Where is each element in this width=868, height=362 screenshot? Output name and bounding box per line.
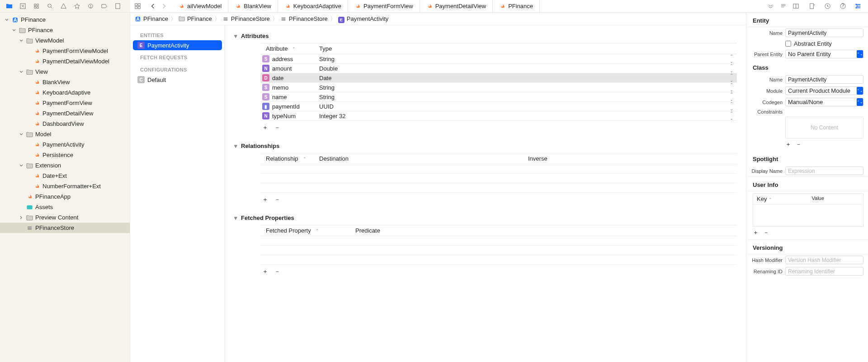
forward-icon[interactable] <box>160 3 167 10</box>
attribute-row[interactable]: DdateDate⌃⌄ <box>260 73 737 83</box>
type-stepper-icon[interactable]: ⌃⌄ <box>730 82 733 92</box>
codegen-select[interactable]: Manual/None⌃⌄ <box>785 98 863 106</box>
type-stepper-icon[interactable]: ⌃⌄ <box>730 101 733 111</box>
assets-item[interactable]: Assets <box>0 202 130 212</box>
breakpoint-icon[interactable] <box>100 3 108 10</box>
find-icon[interactable] <box>46 3 53 10</box>
history-icon[interactable] <box>824 3 831 10</box>
remove-relationship-icon[interactable]: － <box>274 195 280 204</box>
type-stepper-icon[interactable]: ⌃⌄ <box>730 73 733 83</box>
help-icon[interactable]: ? <box>839 3 846 10</box>
remove-constraint-icon[interactable]: － <box>796 140 802 148</box>
class-name-field[interactable] <box>785 75 863 84</box>
swift-file[interactable]: NumberFormatter+Ext <box>0 181 130 191</box>
disclosure-icon[interactable] <box>19 39 24 43</box>
group-folder[interactable]: Extension <box>0 160 130 171</box>
attribute-row[interactable]: SmemoString⌃⌄ <box>260 83 737 92</box>
breadcrumb-item[interactable]: PFinanceStore <box>231 15 270 22</box>
type-stepper-icon[interactable]: ⌃⌄ <box>730 54 733 64</box>
remove-userinfo-icon[interactable]: － <box>763 229 769 237</box>
editor-tab[interactable]: PaymentDetailView <box>420 0 493 12</box>
attribute-row[interactable]: NtypeNumInteger 32⌃⌄ <box>260 111 737 121</box>
tests-icon[interactable] <box>73 3 80 10</box>
breadcrumb-item[interactable]: PFinance <box>187 15 212 22</box>
fetched-section-title[interactable]: ▾ Fetched Properties <box>234 214 737 221</box>
debug-icon[interactable] <box>87 3 94 10</box>
new-file-icon[interactable] <box>808 3 816 10</box>
swift-file[interactable]: Date+Ext <box>0 171 130 181</box>
inspector-toggle-icon[interactable] <box>854 3 862 10</box>
userinfo-table-body[interactable] <box>753 204 863 227</box>
configuration-item[interactable]: C Default <box>133 75 222 85</box>
add-fetched-icon[interactable]: ＋ <box>262 267 268 276</box>
back-icon[interactable] <box>149 3 156 10</box>
type-stepper-icon[interactable]: ⌃⌄ <box>730 92 733 102</box>
breadcrumb-item[interactable]: PFinanceStore <box>289 15 328 22</box>
group-folder[interactable]: Preview Content <box>0 212 130 223</box>
editor-tab[interactable]: KeyboardAdaptive <box>278 0 348 12</box>
attribute-row[interactable]: NamountDouble⌃⌄ <box>260 64 737 73</box>
disclosure-icon[interactable] <box>19 133 24 136</box>
swift-file[interactable]: PaymentActivity <box>0 139 130 150</box>
breadcrumb-item[interactable]: PFinance <box>143 15 168 22</box>
swift-file[interactable]: DashboardView <box>0 119 130 129</box>
swift-file[interactable]: PFinanceApp <box>0 191 130 202</box>
tab-overflow-icon[interactable] <box>767 3 774 10</box>
editor-tab[interactable]: ailViewModel <box>172 0 228 12</box>
sort-asc-icon[interactable]: ⌃ <box>769 197 772 202</box>
breadcrumb-item[interactable]: PaymentActivity <box>347 15 388 22</box>
data-model-file[interactable]: PFinanceStore <box>0 223 130 233</box>
project-navigator[interactable]: APFinancePFinanceViewModelPaymentFormVie… <box>0 13 130 362</box>
attribute-row[interactable]: ▮paymentIdUUID⌃⌄ <box>260 102 737 111</box>
swift-file[interactable]: PaymentDetailViewModel <box>0 56 130 67</box>
swift-file[interactable]: Persistence <box>0 150 130 160</box>
attribute-row[interactable]: SnameString⌃⌄ <box>260 92 737 102</box>
display-name-field[interactable] <box>785 167 863 175</box>
symbol-nav-icon[interactable] <box>33 3 40 10</box>
folder-icon[interactable] <box>5 3 13 10</box>
add-relationship-icon[interactable]: ＋ <box>262 195 268 204</box>
editor-tab[interactable]: PFinance <box>493 0 540 12</box>
relationships-section-title[interactable]: ▾ Relationships <box>234 143 737 149</box>
swift-file[interactable]: BlankView <box>0 77 130 87</box>
remove-fetched-icon[interactable]: － <box>274 267 280 276</box>
group-folder[interactable]: PFinance <box>0 25 130 35</box>
issue-icon[interactable] <box>60 3 67 10</box>
disclosure-icon[interactable] <box>19 216 24 219</box>
editor-tab[interactable]: BlankView <box>228 0 278 12</box>
swift-file[interactable]: PaymentFormView <box>0 98 130 108</box>
related-items-icon[interactable] <box>134 3 141 10</box>
type-stepper-icon[interactable]: ⌃⌄ <box>730 63 733 73</box>
group-folder[interactable]: Model <box>0 129 130 139</box>
disclosure-icon[interactable] <box>19 164 24 167</box>
disclosure-icon[interactable] <box>12 29 16 32</box>
add-attribute-icon[interactable]: ＋ <box>262 124 268 132</box>
sort-asc-icon[interactable]: ⌃ <box>316 229 319 233</box>
module-select[interactable]: Current Product Module⌃⌄ <box>785 86 863 95</box>
renaming-id-field[interactable] <box>785 267 863 276</box>
report-icon[interactable] <box>114 3 121 10</box>
attribute-row[interactable]: SaddressString⌃⌄ <box>260 54 737 64</box>
abstract-checkbox[interactable] <box>785 41 791 47</box>
swift-file[interactable]: PaymentFormViewModel <box>0 46 130 56</box>
group-folder[interactable]: ViewModel <box>0 35 130 46</box>
source-control-icon[interactable] <box>19 3 26 10</box>
minimap-icon[interactable] <box>779 3 787 10</box>
add-userinfo-icon[interactable]: ＋ <box>753 229 759 237</box>
project-root[interactable]: APFinance <box>0 14 130 25</box>
editor-tab[interactable]: PaymentFormView <box>348 0 420 12</box>
parent-entity-select[interactable]: No Parent Entity⌃⌄ <box>785 50 863 58</box>
type-stepper-icon[interactable]: ⌃⌄ <box>730 111 733 121</box>
group-folder[interactable]: View <box>0 67 130 77</box>
entity-name-field[interactable] <box>785 29 863 37</box>
disclosure-icon[interactable] <box>5 18 9 22</box>
entity-item[interactable]: E PaymentActivity <box>133 40 222 50</box>
swift-file[interactable]: KeyboardAdaptive <box>0 87 130 98</box>
remove-attribute-icon[interactable]: － <box>274 124 280 132</box>
split-editor-icon[interactable] <box>792 3 799 10</box>
sort-asc-icon[interactable]: ⌃ <box>292 47 296 51</box>
disclosure-icon[interactable] <box>19 70 24 74</box>
sort-asc-icon[interactable]: ⌃ <box>303 157 307 161</box>
attributes-section-title[interactable]: ▾ Attributes <box>234 33 737 39</box>
breadcrumb[interactable]: APFinance〉PFinance〉PFinanceStore〉PFinanc… <box>130 13 746 25</box>
